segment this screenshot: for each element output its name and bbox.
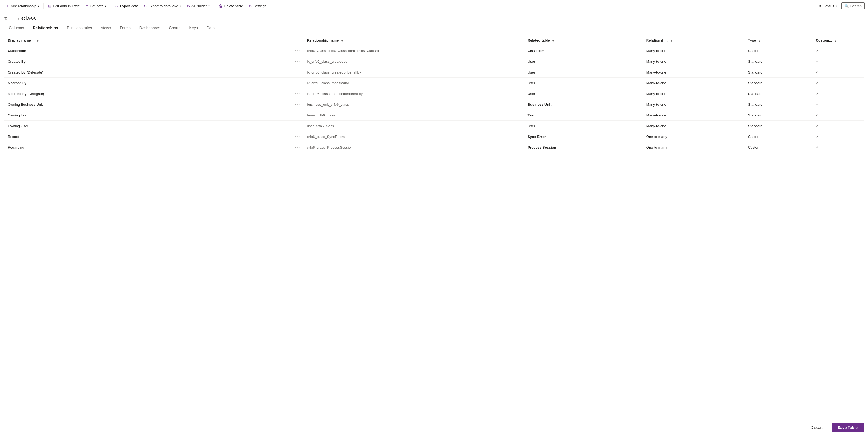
export-lake-button[interactable]: ↻ Export to data lake ▾: [142, 3, 183, 9]
cell-relationship-type: Many-to-one: [643, 110, 745, 121]
table-row[interactable]: Record···crfb6_class_SyncErrorsSync Erro…: [4, 131, 864, 142]
divider-1: [43, 3, 44, 9]
cell-display-name: Regarding: [4, 142, 291, 153]
get-data-button[interactable]: ≡ Get data ▾: [84, 3, 108, 9]
type-sort-icon: ∨: [758, 39, 761, 42]
dots-menu-icon[interactable]: ···: [295, 134, 300, 139]
col-header-display-name[interactable]: Display name ↑ ∨: [4, 35, 291, 46]
cell-dots-menu[interactable]: ···: [291, 131, 304, 142]
dots-menu-icon[interactable]: ···: [295, 59, 300, 64]
plus-icon: ＋: [5, 4, 9, 8]
search-bar[interactable]: 🔍 Search: [841, 2, 865, 9]
divider-2: [111, 3, 111, 9]
cell-relationship-name: team_crfb6_class: [304, 110, 524, 121]
sort-asc-icon: ↑: [33, 39, 34, 42]
reltype-sort-icon: ∨: [671, 39, 673, 42]
export-data-button[interactable]: ↦ Export data: [113, 3, 141, 9]
checkmark-icon: ✓: [816, 124, 819, 128]
sort-toggle-icon: ∨: [37, 39, 39, 42]
cell-relationship-name: crfb6_class_ProcessSession: [304, 142, 524, 153]
database-icon: ≡: [86, 4, 88, 8]
tab-charts[interactable]: Charts: [164, 23, 185, 33]
tab-dashboards[interactable]: Dashboards: [135, 23, 165, 33]
ai-icon: ⚙: [187, 4, 190, 8]
checkmark-icon: ✓: [816, 145, 819, 149]
table-row[interactable]: Regarding···crfb6_class_ProcessSessionPr…: [4, 142, 864, 153]
cell-relationship-name: user_crfb6_class: [304, 121, 524, 131]
tab-views[interactable]: Views: [96, 23, 115, 33]
dots-menu-icon[interactable]: ···: [295, 145, 300, 149]
col-header-custom[interactable]: Custom... ∨: [812, 35, 864, 46]
dots-menu-icon[interactable]: ···: [295, 80, 300, 85]
footer: Discard Save Table: [0, 420, 868, 435]
delete-table-button[interactable]: 🗑 Delete table: [217, 3, 245, 9]
cell-dots-menu[interactable]: ···: [291, 121, 304, 131]
cell-related-table: Process Session: [524, 142, 643, 153]
cell-relationship-name: crfb6_class_SyncErrors: [304, 131, 524, 142]
table-row[interactable]: Modified By···lk_crfb6_class_modifiedbyU…: [4, 78, 864, 88]
cell-dots-menu[interactable]: ···: [291, 142, 304, 153]
dots-menu-icon[interactable]: ···: [295, 123, 300, 128]
cell-related-table: User: [524, 78, 643, 88]
col-header-relationship-type[interactable]: Relationshi... ∨: [643, 35, 745, 46]
add-relationship-button[interactable]: ＋ Add relationship ▾: [3, 2, 41, 10]
rel-sort-icon: ∨: [341, 39, 343, 42]
tab-forms[interactable]: Forms: [115, 23, 135, 33]
tab-relationships[interactable]: Relationships: [28, 23, 62, 33]
table-row[interactable]: Modified By (Delegate)···lk_crfb6_class_…: [4, 88, 864, 99]
breadcrumb: Tables › Class: [0, 12, 868, 23]
settings-button[interactable]: ⚙ Settings: [246, 3, 269, 9]
cell-type: Standard: [745, 78, 813, 88]
cell-relationship-name: lk_crfb6_class_createdonbehalfby: [304, 67, 524, 78]
cell-related-table: Team: [524, 110, 643, 121]
table-row[interactable]: Created By (Delegate)···lk_crfb6_class_c…: [4, 67, 864, 78]
table-row[interactable]: Owning Business Unit···business_unit_crf…: [4, 99, 864, 110]
col-header-related-table[interactable]: Related table ∨: [524, 35, 643, 46]
cell-type: Standard: [745, 99, 813, 110]
breadcrumb-parent[interactable]: Tables: [4, 17, 16, 21]
cell-dots-menu[interactable]: ···: [291, 110, 304, 121]
related-sort-icon: ∨: [552, 39, 554, 42]
cell-dots-menu[interactable]: ···: [291, 99, 304, 110]
cell-type: Custom: [745, 142, 813, 153]
cell-relationship-type: Many-to-one: [643, 56, 745, 67]
cell-relationship-name: crfb6_Class_crfb6_Classroom_crfb6_Classr…: [304, 46, 524, 56]
cell-relationship-type: One-to-many: [643, 142, 745, 153]
cell-dots-menu[interactable]: ···: [291, 78, 304, 88]
cell-custom-check: ✓: [812, 99, 864, 110]
table-row[interactable]: Classroom···crfb6_Class_crfb6_Classroom_…: [4, 46, 864, 56]
tab-business-rules[interactable]: Business rules: [62, 23, 96, 33]
dots-menu-icon[interactable]: ···: [295, 48, 300, 53]
table-row[interactable]: Created By···lk_crfb6_class_createdbyUse…: [4, 56, 864, 67]
cell-dots-menu[interactable]: ···: [291, 56, 304, 67]
cell-relationship-type: One-to-many: [643, 131, 745, 142]
cell-related-table: User: [524, 67, 643, 78]
dots-menu-icon[interactable]: ···: [295, 91, 300, 96]
ai-builder-button[interactable]: ⚙ AI Builder ▾: [184, 3, 212, 9]
cell-dots-menu[interactable]: ···: [291, 67, 304, 78]
dots-menu-icon[interactable]: ···: [295, 102, 300, 107]
dots-menu-icon[interactable]: ···: [295, 70, 300, 74]
default-view-button[interactable]: ≡ Default ▾: [817, 3, 839, 9]
tab-columns[interactable]: Columns: [4, 23, 28, 33]
cell-relationship-name: business_unit_crfb6_class: [304, 99, 524, 110]
checkmark-icon: ✓: [816, 70, 819, 74]
save-table-button[interactable]: Save Table: [832, 423, 864, 432]
tab-data[interactable]: Data: [202, 23, 219, 33]
table-row[interactable]: Owning Team···team_crfb6_classTeamMany-t…: [4, 110, 864, 121]
cell-dots-menu[interactable]: ···: [291, 88, 304, 99]
table-row[interactable]: Owning User···user_crfb6_classUserMany-t…: [4, 121, 864, 131]
edit-excel-button[interactable]: ⊞ Edit data in Excel: [46, 3, 83, 9]
col-header-type[interactable]: Type ∨: [745, 35, 813, 46]
cell-custom-check: ✓: [812, 142, 864, 153]
checkmark-icon: ✓: [816, 49, 819, 53]
cell-dots-menu[interactable]: ···: [291, 46, 304, 56]
col-header-rel-name[interactable]: Relationship name ∨: [304, 35, 524, 46]
dots-menu-icon[interactable]: ···: [295, 113, 300, 117]
tab-keys[interactable]: Keys: [185, 23, 202, 33]
checkmark-icon: ✓: [816, 113, 819, 117]
cell-display-name: Modified By (Delegate): [4, 88, 291, 99]
cell-display-name: Modified By: [4, 78, 291, 88]
discard-button[interactable]: Discard: [805, 423, 829, 432]
checkmark-icon: ✓: [816, 134, 819, 139]
